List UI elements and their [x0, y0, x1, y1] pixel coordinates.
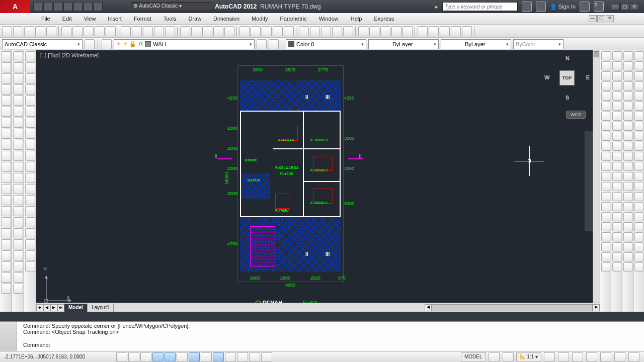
std-tool-24[interactable] — [284, 26, 294, 36]
rtool4-2[interactable] — [634, 71, 643, 80]
app-menu-button[interactable]: A — [0, 0, 30, 13]
rtool1-5[interactable] — [601, 102, 610, 111]
rtool2-3[interactable] — [612, 81, 621, 90]
std-tool-38[interactable] — [451, 26, 461, 36]
rtool1-0[interactable] — [601, 51, 610, 60]
draworder-tool-17[interactable] — [25, 239, 35, 249]
menu-dimension[interactable]: Dimension — [207, 16, 246, 22]
rtool3-0[interactable] — [623, 51, 632, 60]
std-tool-2[interactable] — [24, 26, 34, 36]
rtool3-21[interactable] — [623, 262, 632, 272]
std-tool-10[interactable] — [121, 26, 131, 36]
std-tool-21[interactable] — [251, 26, 261, 36]
modify-tool-15[interactable] — [13, 217, 23, 227]
draworder-tool-10[interactable] — [25, 162, 35, 172]
layer-previous-icon[interactable] — [269, 39, 279, 49]
rtool4-15[interactable] — [634, 202, 643, 211]
draworder-tool-12[interactable] — [25, 184, 35, 194]
otrack-toggle[interactable] — [189, 352, 200, 361]
3dosnap-toggle[interactable] — [177, 352, 188, 361]
modify-tool-3[interactable] — [13, 84, 23, 95]
rtool4-20[interactable] — [634, 252, 643, 261]
std-tool-1[interactable] — [13, 26, 23, 36]
menu-window[interactable]: Window — [313, 16, 345, 22]
draworder-tool-4[interactable] — [25, 96, 35, 106]
draw-tool-5[interactable] — [1, 107, 11, 117]
std-tool-9[interactable] — [106, 26, 116, 36]
doc-restore-button[interactable]: ▢ — [597, 15, 605, 22]
viewcube[interactable]: N S E W TOP — [544, 55, 590, 101]
workspace-settings-icon[interactable] — [85, 39, 95, 49]
rtool2-16[interactable] — [612, 212, 621, 221]
draworder-tool-18[interactable] — [25, 250, 35, 260]
grid-toggle[interactable] — [128, 352, 139, 361]
viewcube-face[interactable]: TOP — [559, 70, 575, 85]
annotation-scale[interactable]: 📐 1:1 ▾ — [516, 352, 541, 361]
std-tool-0[interactable] — [2, 26, 12, 36]
modify-tool-4[interactable] — [13, 96, 23, 106]
modify-tool-2[interactable] — [13, 73, 23, 83]
rtool2-17[interactable] — [612, 222, 621, 231]
rtool4-17[interactable] — [634, 222, 643, 231]
toolbar-lock-icon[interactable] — [586, 352, 597, 361]
draw-tool-19[interactable] — [1, 261, 11, 272]
rtool3-15[interactable] — [623, 202, 632, 211]
menu-edit[interactable]: Edit — [56, 16, 78, 22]
menu-view[interactable]: View — [78, 16, 102, 22]
tab-layout1[interactable]: Layout1 — [88, 304, 114, 312]
rtool3-5[interactable] — [623, 102, 632, 111]
infocenter-search-input[interactable] — [442, 2, 518, 11]
infocenter-arrow-icon[interactable]: ▸ — [435, 4, 438, 10]
rtool2-4[interactable] — [612, 92, 621, 101]
rtool4-6[interactable] — [634, 112, 643, 121]
std-tool-8[interactable] — [95, 26, 105, 36]
rtool4-7[interactable] — [634, 122, 643, 131]
draw-tool-14[interactable] — [1, 206, 11, 216]
draw-tool-16[interactable] — [1, 228, 11, 238]
menu-help[interactable]: Help — [345, 16, 368, 22]
hscroll-left-icon[interactable]: ◀ — [425, 304, 432, 311]
std-tool-27[interactable] — [321, 26, 331, 36]
rtool4-10[interactable] — [634, 152, 643, 161]
draw-tool-17[interactable] — [1, 239, 11, 249]
workspace-switcher[interactable]: ⚙ AutoCAD Classic ▾ — [131, 2, 211, 11]
std-tool-37[interactable] — [440, 26, 450, 36]
isolate-objects-icon[interactable] — [614, 352, 625, 361]
rtool1-14[interactable] — [601, 192, 610, 201]
draw-tool-10[interactable] — [1, 162, 11, 172]
rtool4-12[interactable] — [634, 172, 643, 181]
osnap-toggle[interactable] — [165, 352, 176, 361]
rtool1-8[interactable] — [601, 132, 610, 141]
rtool3-20[interactable] — [623, 252, 632, 261]
exchange-icon[interactable] — [536, 2, 546, 12]
layer-states-icon[interactable] — [257, 39, 267, 49]
rtool2-9[interactable] — [612, 142, 621, 151]
qat-open-icon[interactable] — [43, 2, 52, 11]
std-tool-25[interactable] — [299, 26, 309, 36]
rtool1-9[interactable] — [601, 142, 610, 151]
rtool4-9[interactable] — [634, 142, 643, 151]
draworder-tool-9[interactable] — [25, 151, 35, 161]
cmdline-grip[interactable] — [0, 322, 17, 351]
quickview-drawings-icon[interactable] — [503, 352, 514, 361]
rtool1-16[interactable] — [601, 212, 610, 221]
menu-file[interactable]: File — [35, 16, 56, 22]
std-tool-4[interactable] — [46, 26, 56, 36]
draw-tool-6[interactable] — [1, 118, 11, 128]
rtool3-10[interactable] — [623, 152, 632, 161]
std-tool-19[interactable] — [224, 26, 234, 36]
rtool2-5[interactable] — [612, 102, 621, 111]
coordinates-display[interactable]: -2.1771E+06, -305017.6163, 0.0000 — [0, 354, 116, 359]
draw-tool-20[interactable] — [1, 273, 11, 283]
rtool2-19[interactable] — [612, 242, 621, 251]
rtool2-15[interactable] — [612, 202, 621, 211]
rtool4-16[interactable] — [634, 212, 643, 221]
draw-tool-12[interactable] — [1, 184, 11, 194]
modify-tool-9[interactable] — [13, 151, 23, 161]
rtool1-4[interactable] — [601, 92, 610, 101]
draworder-tool-19[interactable] — [25, 261, 35, 272]
menu-format[interactable]: Format — [128, 16, 157, 22]
rtool4-4[interactable] — [634, 92, 643, 101]
qp-toggle[interactable] — [249, 352, 260, 361]
rtool3-4[interactable] — [623, 92, 632, 101]
